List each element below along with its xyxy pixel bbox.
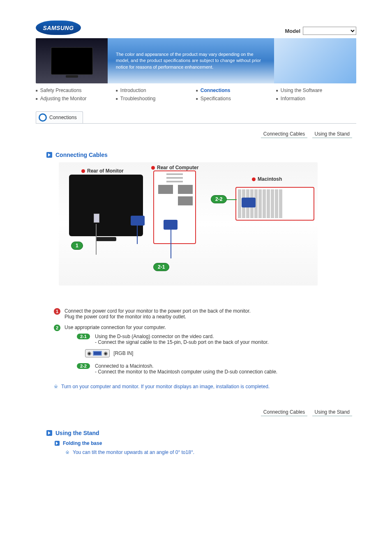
- main-nav: Safety Precautions Introduction Connecti…: [36, 83, 356, 107]
- nav-information[interactable]: Information: [276, 96, 356, 101]
- substep-badge-2-1: 2-1: [77, 334, 90, 339]
- heading-text-stand: Using the Stand: [55, 430, 99, 436]
- hero-disclaimer: The color and appearance of the product …: [108, 38, 274, 83]
- hero-decoration: [274, 38, 356, 83]
- diagram-monitor: [69, 175, 143, 236]
- model-selector: Model: [285, 27, 356, 35]
- nav-adjusting[interactable]: Adjusting the Monitor: [36, 96, 116, 101]
- section-tab-label: Connections: [49, 115, 77, 120]
- installation-complete-note: Turn on your computer and monitor. If yo…: [46, 380, 356, 389]
- nav-safety[interactable]: Safety Precautions: [36, 88, 116, 93]
- step-1-line-1: Connect the power cord for your monitor …: [65, 308, 251, 314]
- label-macintosh: Macintosh: [252, 176, 282, 182]
- ring-icon: [39, 113, 47, 122]
- callout-1: 1: [71, 242, 83, 250]
- hero-banner: The color and appearance of the product …: [36, 38, 356, 83]
- samsung-logo: SAMSUNG: [36, 21, 81, 35]
- sublink-using-stand-2[interactable]: Using the Stand: [312, 408, 352, 416]
- diagram-vga-monitor: [131, 216, 145, 226]
- step-badge-1: 1: [54, 308, 60, 315]
- diagram-power-plug: [94, 214, 99, 223]
- substep-2-2-line-1: Connected to a Macintosh.: [95, 363, 277, 369]
- tilt-note-text: You can tilt the monitor upwards at an a…: [73, 449, 194, 455]
- callout-2-2: 2-2: [211, 195, 227, 203]
- heading-using-the-stand: Using the Stand: [46, 430, 356, 436]
- diagram-vga-mac: [242, 198, 256, 207]
- diagram-signal-cable-b: [171, 230, 171, 258]
- substep-2-1-line-2: - Connect the signal cable to the 15-pin…: [95, 339, 269, 345]
- step-2-text: Use appropriate connection for your comp…: [65, 325, 356, 330]
- label-rear-of-monitor: Rear of Monitor: [81, 168, 124, 174]
- model-dropdown[interactable]: [303, 27, 356, 35]
- step-2-body: Use appropriate connection for your comp…: [65, 325, 356, 375]
- step-badge-2: 2: [54, 325, 60, 331]
- diagram-power-cable: [96, 224, 97, 255]
- nav-connections[interactable]: Connections: [196, 88, 276, 93]
- note-text: Turn on your computer and monitor. If yo…: [61, 384, 270, 389]
- nav-introduction[interactable]: Introduction: [116, 88, 196, 93]
- play-icon-small: [55, 441, 60, 446]
- heading-text: Connecting Cables: [55, 152, 108, 158]
- sublink-connecting-cables-2[interactable]: Connecting Cables: [261, 408, 307, 416]
- hero-product-image: [36, 38, 108, 83]
- model-label: Model: [285, 28, 300, 34]
- play-icon: [46, 152, 52, 158]
- substep-2-1-line-1: Using the D-sub (Analog) connector on th…: [95, 334, 269, 339]
- sublink-connecting-cables[interactable]: Connecting Cables: [261, 130, 307, 138]
- sub-nav-top: Connecting Cables Using the Stand: [36, 124, 356, 139]
- diagram-vga-pc: [164, 220, 178, 230]
- connection-diagram: Rear of Monitor Rear of Computer Macinto…: [59, 162, 318, 286]
- tilt-angle-note: You can tilt the monitor upwards at an a…: [46, 449, 356, 455]
- section-tab-connections: Connections: [36, 111, 83, 123]
- dsub-port-icon: [93, 351, 102, 356]
- play-icon: [46, 430, 52, 436]
- rgb-in-label: [RGB IN]: [113, 350, 133, 356]
- instruction-steps: 1 Connect the power cord for your monito…: [46, 286, 356, 375]
- label-rear-of-computer: Rear of Computer: [151, 165, 198, 170]
- nav-using-software[interactable]: Using the Software: [276, 88, 356, 93]
- heading-connecting-cables: Connecting Cables: [46, 152, 356, 158]
- nav-troubleshooting[interactable]: Troubleshooting: [116, 96, 196, 101]
- subheading-folding-base: Folding the base: [55, 440, 356, 446]
- diagram-signal-cable-a: [137, 226, 138, 244]
- sub-nav-bottom: Connecting Cables Using the Stand: [36, 402, 356, 417]
- callout-2-1: 2-1: [153, 263, 169, 271]
- subheading-text: Folding the base: [63, 440, 102, 446]
- nav-specifications[interactable]: Specifications: [196, 96, 276, 101]
- diagram-pointer-line: [225, 199, 237, 200]
- sublink-using-stand[interactable]: Using the Stand: [312, 130, 352, 138]
- step-1-line-2: Plug the power cord for the monitor into…: [65, 314, 251, 320]
- diagram-pc-tower: [153, 170, 196, 244]
- substep-2-2-line-2: - Connect the monitor to the Macintosh c…: [95, 369, 277, 375]
- substep-badge-2-2: 2-2: [77, 363, 90, 369]
- rgb-in-port-badge: ◉ ◉: [85, 349, 110, 357]
- step-1-text: Connect the power cord for your monitor …: [65, 308, 251, 320]
